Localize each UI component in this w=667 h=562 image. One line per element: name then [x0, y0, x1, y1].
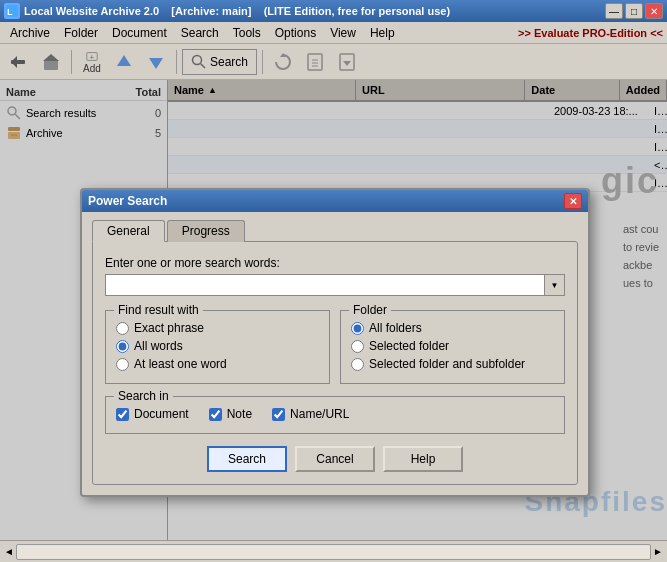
- options-two-col: Find result with Exact phrase All words …: [105, 310, 565, 384]
- menu-bar: Archive Folder Document Search Tools Opt…: [0, 22, 667, 44]
- svg-marker-3: [11, 56, 17, 68]
- add-label: Add: [83, 63, 101, 74]
- help-button[interactable]: Help: [383, 446, 463, 472]
- main-area: Name Total Search results 0 Archive: [0, 80, 667, 540]
- dialog-close-button[interactable]: ✕: [564, 193, 582, 209]
- svg-marker-18: [343, 61, 351, 66]
- toolbar-import-button[interactable]: [332, 47, 362, 77]
- app-icon: L: [4, 3, 20, 19]
- toolbar: + Add Search: [0, 44, 667, 80]
- radio-exact-phrase-input[interactable]: [116, 322, 129, 335]
- svg-line-11: [201, 63, 206, 68]
- status-bar: ◄ ►: [0, 540, 667, 562]
- search-text-input[interactable]: [105, 274, 545, 296]
- check-note: Note: [209, 407, 252, 421]
- app-title: Local Website Archive 2.0 [Archive: main…: [24, 5, 605, 17]
- check-name-url-input[interactable]: [272, 408, 285, 421]
- radio-all-folders-label: All folders: [369, 321, 422, 335]
- menu-folder[interactable]: Folder: [58, 24, 104, 42]
- dialog-body: General Progress Enter one or more searc…: [82, 212, 588, 495]
- maximize-button[interactable]: □: [625, 3, 643, 19]
- find-result-legend: Find result with: [114, 303, 203, 317]
- dialog-tabs: General Progress: [92, 220, 578, 242]
- radio-all-words-input[interactable]: [116, 340, 129, 353]
- search-in-group: Search in Document Note Name/URL: [105, 396, 565, 434]
- radio-exact-phrase-label: Exact phrase: [134, 321, 204, 335]
- scroll-left-button[interactable]: ◄: [4, 546, 14, 557]
- dialog-footer: Search Cancel Help: [105, 446, 565, 472]
- radio-at-least-one-label: At least one word: [134, 357, 227, 371]
- search-label: Search: [210, 55, 248, 69]
- check-document-label: Document: [134, 407, 189, 421]
- svg-marker-5: [43, 54, 59, 61]
- folder-group: Folder All folders Selected folder Selec…: [340, 310, 565, 384]
- power-search-dialog: Power Search ✕ General Progress Enter on…: [80, 188, 590, 497]
- check-note-label: Note: [227, 407, 252, 421]
- toolbar-up-button[interactable]: [109, 47, 139, 77]
- toolbar-search-button[interactable]: Search: [182, 49, 257, 75]
- toolbar-separator-2: [176, 50, 177, 74]
- window-controls: — □ ✕: [605, 3, 663, 19]
- svg-marker-9: [149, 58, 163, 69]
- dialog-title-bar: Power Search ✕: [82, 190, 588, 212]
- menu-options[interactable]: Options: [269, 24, 322, 42]
- check-note-input[interactable]: [209, 408, 222, 421]
- radio-at-least-one-input[interactable]: [116, 358, 129, 371]
- radio-all-words: All words: [116, 339, 319, 353]
- svg-marker-8: [117, 55, 131, 66]
- toolbar-down-button[interactable]: [141, 47, 171, 77]
- close-button[interactable]: ✕: [645, 3, 663, 19]
- radio-selected-folder-label: Selected folder: [369, 339, 449, 353]
- radio-selected-folder-input[interactable]: [351, 340, 364, 353]
- toolbar-add-button[interactable]: + Add: [77, 47, 107, 77]
- menu-help[interactable]: Help: [364, 24, 401, 42]
- radio-selected-subfolder-input[interactable]: [351, 358, 364, 371]
- svg-text:+: +: [89, 52, 94, 61]
- toolbar-home-button[interactable]: [36, 47, 66, 77]
- check-document-input[interactable]: [116, 408, 129, 421]
- title-bar: L Local Website Archive 2.0 [Archive: ma…: [0, 0, 667, 22]
- radio-all-folders: All folders: [351, 321, 554, 335]
- search-button[interactable]: Search: [207, 446, 287, 472]
- menu-tools[interactable]: Tools: [227, 24, 267, 42]
- menu-search[interactable]: Search: [175, 24, 225, 42]
- svg-text:L: L: [7, 7, 13, 17]
- radio-all-words-label: All words: [134, 339, 183, 353]
- search-in-options: Document Note Name/URL: [116, 407, 554, 425]
- scroll-track[interactable]: [16, 544, 651, 560]
- horizontal-scrollbar: ◄ ►: [4, 544, 663, 560]
- toolbar-separator-3: [262, 50, 263, 74]
- cancel-button[interactable]: Cancel: [295, 446, 375, 472]
- toolbar-back-button[interactable]: [4, 47, 34, 77]
- toolbar-separator-1: [71, 50, 72, 74]
- folder-legend: Folder: [349, 303, 391, 317]
- search-input-row: ▼: [105, 274, 565, 296]
- check-document: Document: [116, 407, 189, 421]
- tab-general-content: Enter one or more search words: ▼ Find r…: [92, 241, 578, 485]
- search-dropdown-button[interactable]: ▼: [545, 274, 565, 296]
- menu-view[interactable]: View: [324, 24, 362, 42]
- menu-archive[interactable]: Archive: [4, 24, 56, 42]
- tab-general[interactable]: General: [92, 220, 165, 242]
- scroll-right-button[interactable]: ►: [653, 546, 663, 557]
- radio-all-folders-input[interactable]: [351, 322, 364, 335]
- menu-document[interactable]: Document: [106, 24, 173, 42]
- search-in-legend: Search in: [114, 389, 173, 403]
- check-name-url: Name/URL: [272, 407, 349, 421]
- radio-selected-folder: Selected folder: [351, 339, 554, 353]
- toolbar-export-button[interactable]: [300, 47, 330, 77]
- svg-rect-4: [44, 60, 58, 70]
- tab-progress[interactable]: Progress: [167, 220, 245, 242]
- search-words-label: Enter one or more search words:: [105, 256, 565, 270]
- radio-at-least-one: At least one word: [116, 357, 319, 371]
- promo-text: >> Evaluate PRO-Edition <<: [518, 27, 663, 39]
- radio-exact-phrase: Exact phrase: [116, 321, 319, 335]
- radio-selected-subfolder: Selected folder and subfolder: [351, 357, 554, 371]
- minimize-button[interactable]: —: [605, 3, 623, 19]
- radio-selected-subfolder-label: Selected folder and subfolder: [369, 357, 525, 371]
- check-name-url-label: Name/URL: [290, 407, 349, 421]
- svg-rect-13: [308, 54, 322, 70]
- dialog-title: Power Search: [88, 194, 564, 208]
- find-result-group: Find result with Exact phrase All words …: [105, 310, 330, 384]
- toolbar-refresh-button[interactable]: [268, 47, 298, 77]
